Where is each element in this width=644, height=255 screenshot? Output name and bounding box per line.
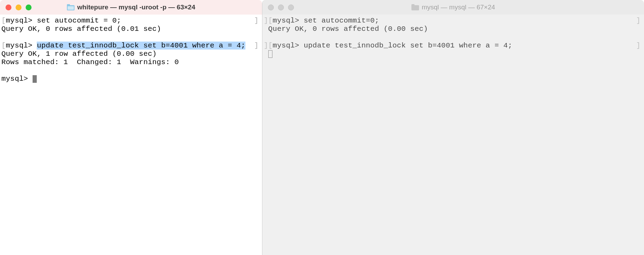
terminal-line: [mysql> set autocommit = 0;] bbox=[1, 17, 261, 25]
highlighted-command: update test_innodb_lock set b=4001 where… bbox=[37, 42, 245, 50]
terminal-body-right[interactable]: ][mysql> set autocommit=0;] Query OK, 0 … bbox=[262, 15, 644, 255]
folder-icon bbox=[67, 4, 75, 10]
titlebar-right[interactable]: mysql — mysql — 67×24 bbox=[262, 0, 644, 15]
terminal-line bbox=[264, 50, 643, 58]
bracket-close: ] bbox=[254, 17, 259, 25]
terminal-body-left[interactable]: [mysql> set autocommit = 0;] Query OK, 0… bbox=[0, 15, 262, 255]
blank-line bbox=[1, 67, 261, 75]
blank-line bbox=[264, 33, 643, 42]
terminal-line: Rows matched: 1 Changed: 1 Warnings: 0 bbox=[1, 58, 261, 67]
output-text: Query OK, 0 rows affected (0.01 sec) bbox=[1, 25, 161, 33]
command-text: set autocommit = 0; bbox=[37, 17, 121, 25]
terminal-line: Query OK, 0 rows affected (0.01 sec) bbox=[1, 25, 261, 33]
blank-line bbox=[1, 33, 261, 42]
output-text: Query OK, 0 rows affected (0.00 sec) bbox=[264, 25, 428, 33]
folder-icon bbox=[411, 4, 419, 10]
cursor-outline bbox=[268, 50, 272, 58]
output-text: Query OK, 1 row affected (0.00 sec) bbox=[1, 50, 157, 58]
close-button[interactable] bbox=[6, 5, 11, 10]
minimize-button[interactable] bbox=[278, 5, 284, 10]
titlebar-left[interactable]: whitepure — mysql -uroot -p — 63×24 bbox=[0, 0, 262, 15]
maximize-button[interactable] bbox=[288, 5, 294, 10]
svg-rect-1 bbox=[67, 4, 70, 6]
bracket-open: [ bbox=[1, 42, 6, 50]
prompt: mysql> bbox=[273, 17, 304, 25]
window-title-right: mysql — mysql — 67×24 bbox=[268, 3, 638, 11]
terminal-window-left[interactable]: whitepure — mysql -uroot -p — 63×24 [mys… bbox=[0, 0, 262, 255]
title-text-right: mysql — mysql — 67×24 bbox=[422, 3, 495, 11]
prompt: mysql> bbox=[273, 42, 304, 50]
command-text: update test_innodb_lock set b=4001 where… bbox=[304, 42, 512, 50]
terminal-line: [mysql> update test_innodb_lock set b=40… bbox=[1, 42, 261, 50]
maximize-button[interactable] bbox=[26, 5, 32, 10]
svg-rect-2 bbox=[68, 6, 74, 10]
title-text-left: whitepure — mysql -uroot -p — 63×24 bbox=[77, 3, 195, 11]
traffic-lights-right bbox=[268, 5, 294, 10]
bracket-open: ][ bbox=[264, 17, 273, 25]
terminal-window-right[interactable]: mysql — mysql — 67×24 ][mysql> set autoc… bbox=[262, 0, 644, 255]
traffic-lights-left bbox=[6, 5, 32, 10]
command-text: set autocommit=0; bbox=[304, 17, 379, 25]
terminal-line: Query OK, 0 rows affected (0.00 sec) bbox=[264, 25, 643, 33]
bracket-close: ] bbox=[636, 17, 641, 25]
window-title-left: whitepure — mysql -uroot -p — 63×24 bbox=[6, 3, 256, 11]
output-text: Rows matched: 1 Changed: 1 Warnings: 0 bbox=[1, 58, 179, 66]
close-button[interactable] bbox=[268, 5, 274, 10]
bracket-open: ][ bbox=[264, 42, 273, 50]
terminal-line: ][mysql> update test_innodb_lock set b=4… bbox=[264, 42, 643, 50]
terminal-line: ][mysql> set autocommit=0;] bbox=[264, 17, 643, 25]
bracket-close: ] bbox=[636, 42, 641, 50]
terminal-line: Query OK, 1 row affected (0.00 sec) bbox=[1, 50, 261, 58]
terminal-line: mysql> bbox=[1, 75, 261, 83]
minimize-button[interactable] bbox=[16, 5, 21, 10]
svg-rect-4 bbox=[411, 4, 415, 6]
prompt: mysql> bbox=[6, 42, 37, 50]
prompt: mysql> bbox=[1, 75, 33, 83]
bracket-open: [ bbox=[1, 17, 6, 25]
prompt: mysql> bbox=[6, 17, 37, 25]
bracket-close: ] bbox=[254, 42, 259, 50]
cursor bbox=[33, 75, 37, 83]
